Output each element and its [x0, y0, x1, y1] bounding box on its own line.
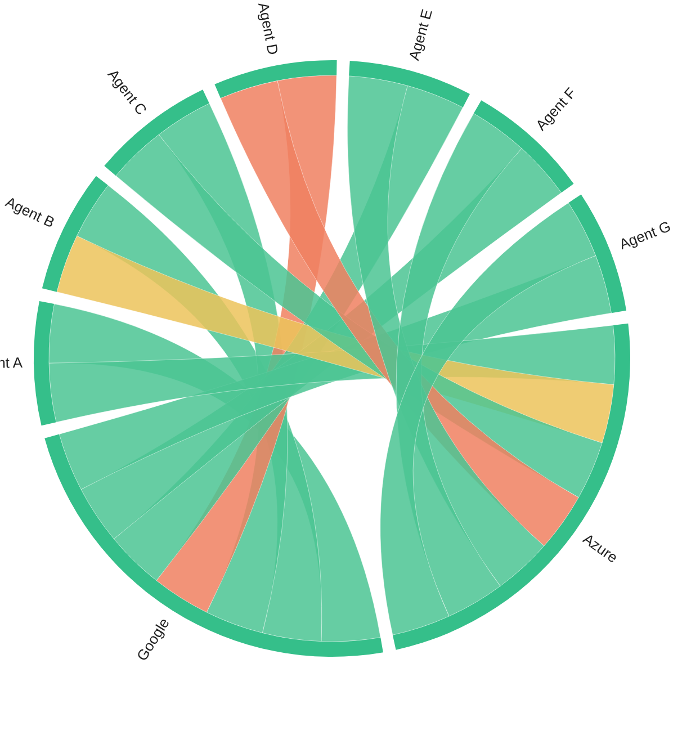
label-agent_d: Agent D	[255, 1, 282, 56]
label-agent_f: Agent F	[532, 84, 579, 134]
label-agent_e: Agent E	[405, 7, 436, 62]
label-google: Google	[133, 615, 173, 664]
label-agent_b: Agent B	[3, 193, 57, 231]
label-agent_a: Agent A	[0, 354, 23, 372]
chord-chart: Agent AAgent BAgent CAgent DAgent EAgent…	[0, 0, 700, 735]
label-agent_g: Agent G	[617, 218, 673, 253]
label-agent_c: Agent C	[105, 66, 150, 118]
ribbons	[49, 75, 615, 642]
label-azure: Azure	[580, 530, 621, 566]
chord-svg: Agent AAgent BAgent CAgent DAgent EAgent…	[0, 0, 700, 735]
